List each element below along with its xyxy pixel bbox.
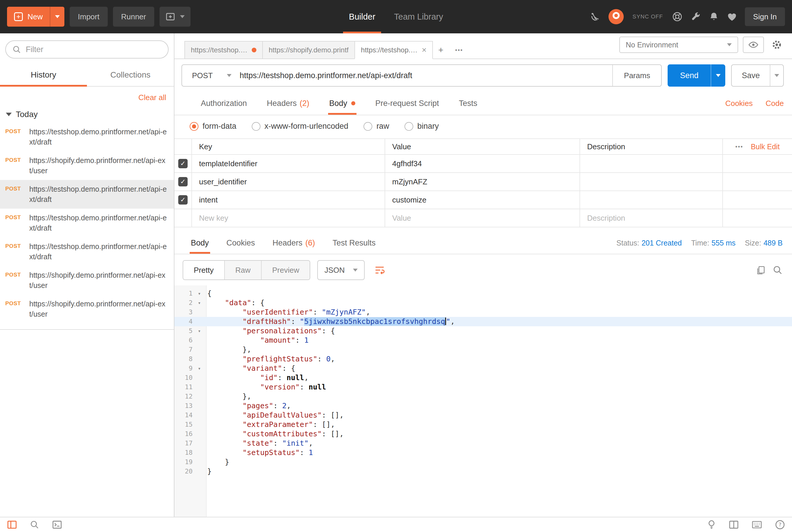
body-mode-raw[interactable]: raw: [363, 122, 389, 131]
checkbox-checked[interactable]: [178, 177, 188, 186]
code-line[interactable]: 10 "id": null,: [174, 373, 792, 382]
cookies-link[interactable]: Cookies: [725, 99, 753, 108]
code-line[interactable]: 1▾{: [174, 289, 792, 298]
new-value-input[interactable]: Value: [385, 209, 580, 227]
nav-tab-team-library[interactable]: Team Library: [384, 0, 452, 33]
fold-caret-icon[interactable]: ▾: [194, 326, 204, 336]
tips-bulb-icon[interactable]: [707, 520, 716, 530]
kv-key[interactable]: user_identifier: [192, 173, 385, 190]
wrap-text-icon[interactable]: [374, 265, 385, 275]
kv-value[interactable]: mZjynAFZ: [385, 173, 580, 190]
request-tab[interactable]: https://testshop.demo: [184, 41, 263, 59]
fold-caret-icon[interactable]: ▾: [194, 298, 204, 307]
import-button[interactable]: Import: [70, 7, 108, 26]
history-item[interactable]: POST https://shopify.demo.printformer.ne…: [0, 266, 174, 295]
request-tab-active[interactable]: https://testshop.demo ×: [355, 41, 433, 59]
environment-quicklook-button[interactable]: [743, 37, 764, 53]
view-raw-button[interactable]: Raw: [224, 261, 261, 280]
code-line[interactable]: 13 "pages": 2,: [174, 401, 792, 411]
bell-icon[interactable]: [709, 12, 719, 22]
copy-icon[interactable]: [756, 265, 766, 275]
tab-overflow-button[interactable]: •••: [449, 41, 469, 59]
code-line[interactable]: 6 "amount": 1: [174, 336, 792, 345]
request-tab[interactable]: https://shopify.demo.printf: [262, 41, 355, 59]
tab-history[interactable]: History: [0, 65, 87, 86]
history-item[interactable]: POST https://shopify.demo.printformer.ne…: [0, 151, 174, 180]
search-response-icon[interactable]: [773, 265, 782, 275]
wrench-icon[interactable]: [691, 12, 701, 22]
tab-collections[interactable]: Collections: [87, 65, 174, 86]
code-line[interactable]: 20}: [174, 467, 792, 476]
code-line[interactable]: 11 "version": null: [174, 382, 792, 392]
code-line[interactable]: 2▾ "data": {: [174, 298, 792, 307]
nav-tab-builder[interactable]: Builder: [340, 0, 384, 33]
clear-all-link[interactable]: Clear all: [138, 93, 166, 102]
checkbox-checked[interactable]: [178, 159, 188, 168]
new-description-input[interactable]: Description: [580, 209, 723, 227]
table-menu-icon[interactable]: •••: [735, 144, 743, 150]
kv-description[interactable]: [580, 173, 723, 190]
runner-button[interactable]: Runner: [113, 7, 154, 26]
tab-body[interactable]: Body: [329, 92, 356, 115]
code-line[interactable]: 17 "state": "init",: [174, 439, 792, 448]
interceptor-icon[interactable]: [590, 11, 601, 22]
url-input[interactable]: https://testshop.demo.printformer.net/ap…: [240, 65, 612, 86]
response-tab-cookies[interactable]: Cookies: [227, 232, 255, 254]
code-line[interactable]: 19 }: [174, 457, 792, 467]
body-mode-x-www-form-urlencoded[interactable]: x-www-form-urlencoded: [252, 122, 348, 131]
send-button[interactable]: Send: [667, 64, 711, 87]
save-options-button[interactable]: [770, 65, 783, 86]
filter-input[interactable]: [26, 45, 162, 54]
history-item-selected[interactable]: POST https://testshop.demo.printformer.n…: [0, 180, 174, 209]
code-line[interactable]: 5▾ "personalizations": {: [174, 326, 792, 336]
response-tab-body[interactable]: Body: [191, 232, 209, 254]
new-window-button[interactable]: [159, 7, 191, 26]
shortcuts-keyboard-icon[interactable]: [752, 520, 762, 529]
tab-authorization[interactable]: Authorization: [201, 92, 247, 115]
environment-selector[interactable]: No Environment: [619, 37, 738, 53]
add-tab-button[interactable]: +: [432, 41, 449, 59]
history-item[interactable]: POST https://testshop.demo.printformer.n…: [0, 122, 174, 151]
sign-in-button[interactable]: Sign In: [745, 7, 785, 26]
save-button[interactable]: Save: [732, 65, 770, 86]
close-icon[interactable]: ×: [422, 46, 427, 54]
bulk-edit-link[interactable]: Bulk Edit: [751, 142, 780, 151]
view-pretty-button[interactable]: Pretty: [183, 261, 224, 280]
body-mode-binary[interactable]: binary: [404, 122, 439, 131]
format-selector[interactable]: JSON: [317, 260, 364, 280]
body-mode-form-data[interactable]: form-data: [190, 122, 237, 131]
new-dropdown-button[interactable]: [50, 7, 64, 26]
checkbox-checked[interactable]: [178, 195, 188, 205]
code-line[interactable]: 14 "apiDefaultValues": [],: [174, 411, 792, 420]
heart-icon[interactable]: [727, 12, 737, 22]
code-line[interactable]: 18 "setupStatus": 1: [174, 448, 792, 457]
method-selector[interactable]: POST: [182, 65, 240, 86]
tab-headers[interactable]: Headers (2): [267, 92, 309, 115]
code-line[interactable]: 7 },: [174, 345, 792, 354]
history-group-today[interactable]: Today: [0, 106, 174, 122]
kv-key[interactable]: templateIdentifier: [192, 155, 385, 172]
history-item[interactable]: POST https://testshop.demo.printformer.n…: [0, 209, 174, 237]
kv-description[interactable]: [580, 191, 723, 209]
kv-key[interactable]: intent: [192, 191, 385, 209]
new-key-input[interactable]: New key: [192, 209, 385, 227]
send-options-button[interactable]: [711, 64, 725, 87]
code-link[interactable]: Code: [766, 99, 784, 108]
code-line[interactable]: 12 },: [174, 392, 792, 401]
global-search-icon[interactable]: [30, 520, 39, 529]
code-line[interactable]: 3 "userIdentifier": "mZjynAFZ",: [174, 307, 792, 317]
tab-tests[interactable]: Tests: [459, 92, 477, 115]
code-line[interactable]: 9▾ "variant": {: [174, 364, 792, 373]
toggle-sidebar-icon[interactable]: [7, 520, 17, 529]
two-pane-icon[interactable]: [729, 520, 739, 529]
history-item[interactable]: POST https://testshop.demo.printformer.n…: [0, 237, 174, 266]
response-body-viewer[interactable]: 1▾{2▾ "data": {3 "userIdentifier": "mZjy…: [174, 285, 792, 517]
code-line[interactable]: 16 "customAttributes": [],: [174, 429, 792, 439]
history-item[interactable]: POST https://shopify.demo.printformer.ne…: [0, 295, 174, 323]
fold-caret-icon[interactable]: ▾: [194, 289, 204, 298]
help-icon[interactable]: [672, 11, 683, 22]
response-tab-test-results[interactable]: Test Results: [333, 232, 376, 254]
console-icon[interactable]: [52, 520, 62, 529]
view-preview-button[interactable]: Preview: [261, 261, 310, 280]
settings-button[interactable]: [769, 37, 785, 53]
